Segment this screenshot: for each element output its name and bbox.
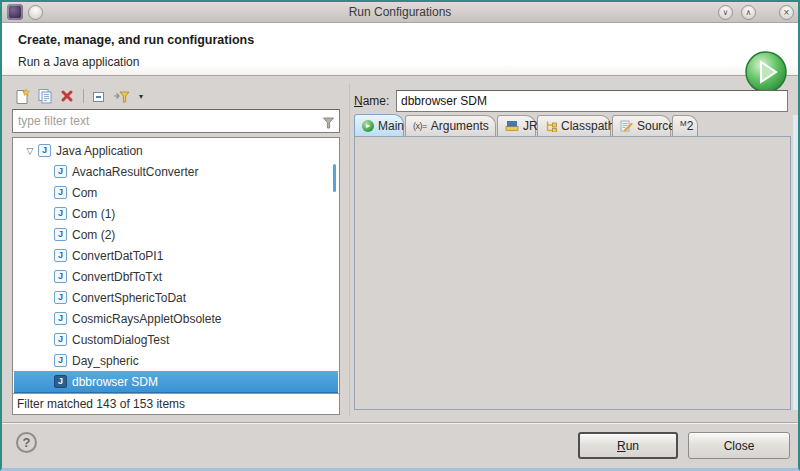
tab-overflow[interactable]: M2 bbox=[672, 115, 698, 136]
close-icon[interactable]: × bbox=[779, 5, 794, 20]
java-application-icon: J bbox=[54, 291, 67, 304]
name-label: Name: bbox=[354, 94, 389, 108]
tree-item[interactable]: JConvertDatToPI1 bbox=[14, 245, 338, 266]
tree-item-label: ConvertSphericToDat bbox=[72, 291, 186, 305]
tree-item-label: Com (1) bbox=[72, 207, 115, 221]
toolbar-dropdown-icon[interactable]: ▾ bbox=[139, 92, 143, 101]
tree-item-label: AvachaResultConverter bbox=[72, 165, 199, 179]
right-scrollbar-trough[interactable] bbox=[793, 115, 798, 410]
filter-clear-icon[interactable] bbox=[322, 115, 335, 133]
tree-item-label: Java Application bbox=[56, 144, 143, 158]
filter-status: Filter matched 143 of 153 items bbox=[13, 393, 339, 414]
filter-configurations-icon[interactable] bbox=[113, 87, 130, 105]
tree-item-label: CosmicRaysAppletObsolete bbox=[72, 312, 221, 326]
header-banner: Create, manage, and run configurations R… bbox=[2, 23, 798, 76]
titlebar[interactable]: Run Configurations ∨ ∧ × bbox=[2, 2, 798, 23]
tree-scrollbar-thumb[interactable] bbox=[333, 164, 336, 192]
tab-arguments[interactable]: (x)= Arguments bbox=[405, 115, 496, 136]
tree-item[interactable]: JCustomDialogTest bbox=[14, 329, 338, 350]
tree-item-label: ConvertDatToPI1 bbox=[72, 249, 163, 263]
page-subtitle: Run a Java application bbox=[18, 55, 139, 69]
window-title: Run Configurations bbox=[2, 5, 798, 19]
tree-item[interactable]: JDay_spheric bbox=[14, 350, 338, 371]
java-application-icon: J bbox=[54, 186, 67, 199]
java-application-icon: J bbox=[54, 333, 67, 346]
collapse-all-icon[interactable] bbox=[91, 87, 106, 105]
name-input[interactable] bbox=[396, 90, 788, 112]
main-tab-content bbox=[354, 136, 791, 410]
toolbar-separator bbox=[83, 89, 84, 103]
tree-item-label: Com (2) bbox=[72, 228, 115, 242]
run-java-application-icon bbox=[744, 50, 788, 94]
tree-item-selected[interactable]: Jdbbrowser SDM bbox=[14, 371, 338, 393]
run-configurations-dialog: Run Configurations ∨ ∧ × Create, manage,… bbox=[0, 0, 800, 471]
java-application-icon: J bbox=[38, 144, 51, 157]
tree-item[interactable]: JConvertDbfToTxt bbox=[14, 266, 338, 287]
tree-item-label: dbbrowser SDM bbox=[72, 375, 158, 389]
java-application-icon: J bbox=[54, 312, 67, 325]
tab-classpath[interactable]: Classpath bbox=[537, 115, 611, 136]
tree-item[interactable]: JCom (2) bbox=[14, 224, 338, 245]
delete-configuration-icon[interactable] bbox=[60, 87, 74, 105]
tree-item[interactable]: JCom bbox=[14, 182, 338, 203]
tree-item-label: CustomDialogTest bbox=[72, 333, 169, 347]
java-application-icon: J bbox=[54, 354, 67, 367]
arguments-tab-icon: (x)= bbox=[413, 121, 427, 131]
java-application-icon: J bbox=[54, 249, 67, 262]
java-application-icon: J bbox=[54, 207, 67, 220]
java-application-icon: J bbox=[54, 165, 67, 178]
expander-icon[interactable]: ▽ bbox=[22, 146, 38, 156]
panel-sash[interactable] bbox=[349, 84, 350, 416]
tree-item[interactable]: JCom (1) bbox=[14, 203, 338, 224]
tab-main[interactable]: ▸ Main bbox=[354, 114, 404, 136]
tree-item[interactable]: JCosmicRaysAppletObsolete bbox=[14, 308, 338, 329]
run-button[interactable]: Run bbox=[578, 432, 678, 459]
duplicate-configuration-icon[interactable] bbox=[37, 87, 53, 105]
close-button[interactable]: Close bbox=[688, 432, 790, 459]
minimize-icon[interactable]: ∨ bbox=[718, 5, 733, 20]
tab-source[interactable]: Source bbox=[612, 115, 671, 136]
maximize-icon[interactable]: ∧ bbox=[741, 5, 756, 20]
footer-separator-highlight bbox=[2, 423, 798, 424]
java-application-icon: J bbox=[54, 228, 67, 241]
filter-input[interactable] bbox=[12, 109, 340, 133]
jre-tab-icon bbox=[505, 120, 519, 132]
tree-item[interactable]: JAvachaResultConverter bbox=[14, 161, 338, 182]
overflow-tab-icon: M2 bbox=[680, 119, 693, 133]
tree-item[interactable]: JConvertSphericToDat bbox=[14, 287, 338, 308]
tree-item-label: Com bbox=[72, 186, 97, 200]
classpath-tab-icon bbox=[545, 120, 557, 132]
help-icon[interactable]: ? bbox=[16, 432, 37, 453]
tree-item-label: ConvertDbfToTxt bbox=[72, 270, 162, 284]
page-title: Create, manage, and run configurations bbox=[18, 33, 254, 47]
source-tab-icon bbox=[620, 120, 633, 132]
java-application-icon: J bbox=[54, 375, 67, 388]
java-application-icon: J bbox=[54, 270, 67, 283]
main-tab-icon: ▸ bbox=[362, 120, 374, 132]
new-configuration-icon[interactable] bbox=[15, 87, 30, 105]
tab-jre[interactable]: JRE bbox=[497, 115, 536, 136]
tree-item-label: Day_spheric bbox=[72, 354, 139, 368]
configurations-tree[interactable]: ▽ J Java Application JAvachaResultConver… bbox=[12, 137, 340, 415]
configurations-toolbar: ▾ bbox=[15, 86, 143, 106]
tree-item-java-application[interactable]: ▽ J Java Application bbox=[14, 140, 338, 161]
